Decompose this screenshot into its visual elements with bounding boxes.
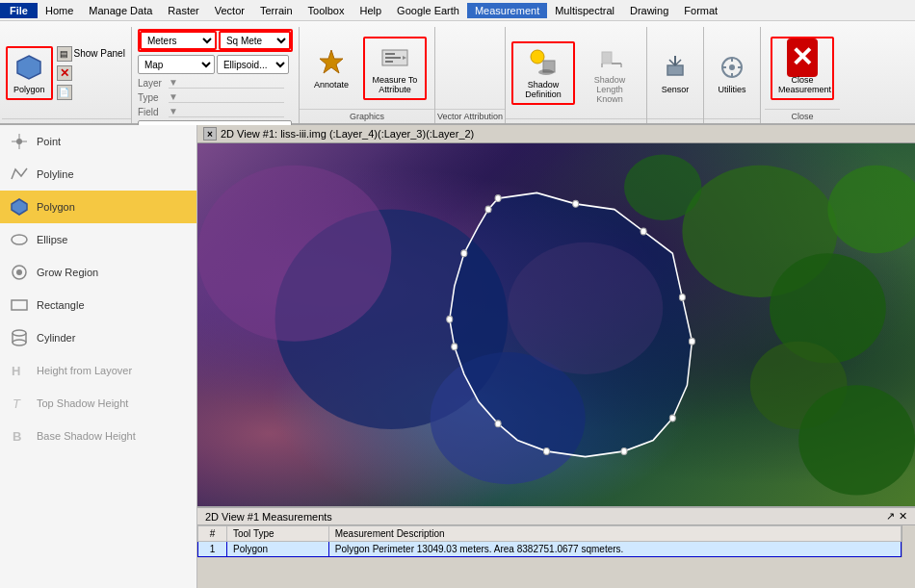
- side-panel-ellipse[interactable]: Ellipse: [0, 223, 196, 256]
- point-label: Point: [37, 136, 61, 147]
- side-panel-polyline[interactable]: Polyline: [0, 158, 196, 191]
- side-panel-polygon[interactable]: Polygon: [0, 191, 196, 223]
- area-dropdown[interactable]: Sq Mete: [219, 31, 291, 50]
- measure-to-attribute-button[interactable]: Measure To Attribute: [363, 37, 427, 100]
- col-num-header: #: [198, 526, 227, 542]
- height-layover-label: Height from Layover: [37, 365, 132, 376]
- menu-manage-data[interactable]: Manage Data: [81, 3, 160, 18]
- svg-point-56: [621, 447, 627, 454]
- menu-format[interactable]: Format: [676, 3, 725, 18]
- utilities-button[interactable]: Utilities: [710, 47, 754, 99]
- satellite-view[interactable]: [197, 143, 915, 506]
- top-shadow-label: Top Shadow Height: [37, 397, 128, 409]
- menu-multispectral[interactable]: Multispectral: [547, 3, 622, 18]
- svg-marker-27: [12, 199, 27, 215]
- layer-row: Layer ▼: [138, 77, 293, 89]
- shadow-definition-button[interactable]: Shadow Definition: [511, 41, 575, 105]
- graphics-label: Graphics: [300, 109, 434, 123]
- float-icon[interactable]: ↗: [886, 510, 895, 523]
- svg-point-47: [197, 166, 391, 342]
- ellipse-icon: [8, 228, 31, 251]
- svg-point-55: [669, 415, 675, 422]
- units-group: Meters Sq Mete: [138, 29, 293, 52]
- menu-vector[interactable]: Vector: [207, 3, 252, 18]
- show-panel-button[interactable]: ▤ Show Panel: [55, 45, 127, 63]
- menu-measurement[interactable]: Measurement: [467, 3, 547, 18]
- sensor-label: Sensor: [662, 85, 690, 94]
- close-measurement-icon: ✕: [787, 42, 818, 73]
- measurements-controls: ↗ ✕: [886, 510, 907, 523]
- menu-terrain[interactable]: Terrain: [252, 3, 301, 18]
- annotate-icon: [316, 47, 347, 78]
- field-row: Field ▼: [138, 106, 293, 117]
- map-group: Map Ellipsoid...: [138, 55, 293, 74]
- close-group-label: Close: [765, 109, 840, 123]
- svg-point-30: [16, 269, 22, 275]
- side-panel-base-shadow[interactable]: B Base Shadow Height: [0, 420, 196, 452]
- menu-file[interactable]: File: [0, 3, 38, 18]
- ellipsoid-dropdown[interactable]: Ellipsoid...: [217, 55, 289, 74]
- top-shadow-icon: T: [8, 392, 31, 415]
- layer-label: Layer: [138, 78, 165, 89]
- shadow-length-label: Shadow Length Known: [586, 75, 634, 104]
- svg-point-50: [495, 195, 501, 202]
- svg-point-53: [679, 294, 685, 301]
- satellite-image: [197, 143, 915, 506]
- annotate-button[interactable]: Annotate: [307, 42, 355, 94]
- close-measurement-button[interactable]: ✕ Close Measurement: [771, 37, 834, 100]
- polygon-overlay: [197, 143, 915, 506]
- svg-point-58: [495, 421, 501, 427]
- svg-text:T: T: [13, 396, 21, 411]
- side-panel-grow-region[interactable]: Grow Region: [0, 256, 196, 289]
- menu-raster[interactable]: Raster: [160, 3, 206, 18]
- svg-rect-31: [12, 300, 27, 310]
- field-label: Field: [138, 107, 165, 117]
- point-icon: [8, 130, 31, 153]
- close-measurement-label: Close Measurement: [778, 75, 826, 94]
- measurements-scrollbar[interactable]: [902, 525, 915, 557]
- file-button[interactable]: 📄: [55, 84, 127, 101]
- side-panel-height-layover[interactable]: H Height from Layover: [0, 354, 196, 387]
- svg-rect-14: [667, 65, 683, 75]
- map-dropdown[interactable]: Map: [138, 55, 215, 74]
- save-button[interactable]: ✕: [55, 64, 127, 82]
- table-row[interactable]: 1 Polygon Polygon Perimeter 13049.03 met…: [198, 542, 902, 557]
- cylinder-icon: [8, 326, 31, 349]
- svg-text:H: H: [12, 364, 20, 378]
- sensor-button[interactable]: Sensor: [653, 47, 697, 99]
- polygon-button[interactable]: Polygon: [6, 46, 53, 100]
- units-dropdown[interactable]: Meters: [140, 31, 217, 50]
- svg-point-32: [13, 330, 26, 336]
- ellipse-label: Ellipse: [37, 234, 67, 245]
- shadow-length-button[interactable]: Shadow Length Known: [579, 38, 640, 109]
- close-panel-icon[interactable]: ✕: [899, 510, 907, 523]
- side-panel-rectangle[interactable]: Rectangle: [0, 289, 196, 321]
- utilities-group-label: [704, 118, 760, 123]
- side-panel-top-shadow[interactable]: T Top Shadow Height: [0, 387, 196, 420]
- menu-google-earth[interactable]: Google Earth: [389, 3, 467, 18]
- menu-drawing[interactable]: Drawing: [622, 3, 676, 18]
- rectangle-label: Rectangle: [37, 299, 85, 311]
- layer-field: ▼: [169, 77, 284, 89]
- side-panel-point[interactable]: Point: [0, 125, 196, 158]
- utilities-icon: [717, 52, 747, 83]
- side-panel-cylinder[interactable]: Cylinder: [0, 321, 196, 354]
- rectangle-icon: [8, 294, 31, 317]
- vector-attribution-label: Vector Attribution: [435, 109, 505, 123]
- svg-point-28: [12, 235, 27, 244]
- svg-rect-10: [602, 52, 612, 64]
- svg-point-61: [461, 250, 467, 257]
- field-value: ▼: [169, 106, 284, 117]
- menu-home[interactable]: Home: [38, 3, 81, 18]
- measurements-table-wrapper: # Tool Type Measurement Description 1 Po…: [197, 525, 915, 557]
- content-area: × 2D View #1: liss-iii.img (:Layer_4)(:L…: [197, 125, 915, 588]
- menu-help[interactable]: Help: [352, 3, 389, 18]
- svg-marker-0: [17, 56, 40, 79]
- grow-region-icon: [8, 261, 31, 284]
- height-layover-icon: H: [8, 359, 31, 382]
- col-desc-header: Measurement Description: [328, 526, 901, 542]
- view-close-button[interactable]: ×: [203, 127, 217, 141]
- menu-toolbox[interactable]: Toolbox: [301, 3, 353, 18]
- sensor-icon: [660, 52, 691, 83]
- svg-point-60: [447, 316, 453, 322]
